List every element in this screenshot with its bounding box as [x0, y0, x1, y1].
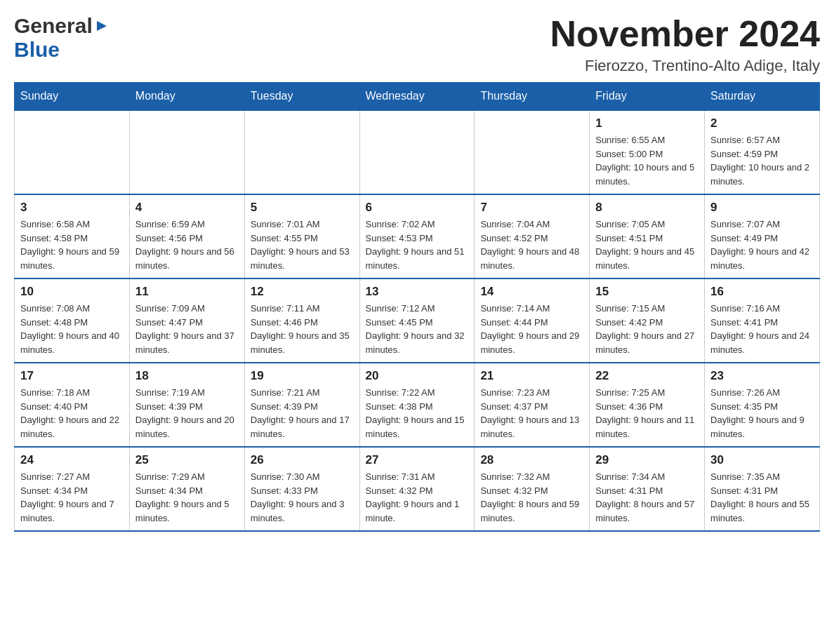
calendar-header-row: SundayMondayTuesdayWednesdayThursdayFrid…: [15, 83, 820, 111]
calendar-week-row: 3Sunrise: 6:58 AMSunset: 4:58 PMDaylight…: [15, 194, 820, 279]
day-info: Sunrise: 7:07 AMSunset: 4:49 PMDaylight:…: [710, 217, 814, 272]
calendar-cell: 8Sunrise: 7:05 AMSunset: 4:51 PMDaylight…: [590, 194, 705, 279]
day-number: 17: [20, 369, 124, 383]
day-of-week-header: Thursday: [475, 83, 590, 111]
day-info: Sunrise: 7:25 AMSunset: 4:36 PMDaylight:…: [595, 386, 699, 441]
calendar-cell: 6Sunrise: 7:02 AMSunset: 4:53 PMDaylight…: [359, 194, 475, 279]
calendar-cell: 28Sunrise: 7:32 AMSunset: 4:32 PMDayligh…: [475, 447, 590, 531]
day-number: 27: [366, 453, 469, 467]
day-of-week-header: Monday: [129, 83, 244, 111]
calendar-cell: 7Sunrise: 7:04 AMSunset: 4:52 PMDaylight…: [475, 194, 590, 279]
calendar-cell: 25Sunrise: 7:29 AMSunset: 4:34 PMDayligh…: [129, 447, 244, 531]
day-number: 7: [480, 201, 583, 215]
logo-triangle-icon: [94, 18, 110, 34]
day-number: 29: [595, 453, 699, 467]
calendar-cell: [244, 110, 359, 194]
calendar-cell: 18Sunrise: 7:19 AMSunset: 4:39 PMDayligh…: [129, 363, 244, 447]
svg-marker-0: [97, 21, 107, 31]
page-header: General Blue November 2024 Fierozzo, Tre…: [14, 14, 820, 75]
day-info: Sunrise: 7:02 AMSunset: 4:53 PMDaylight:…: [366, 217, 469, 272]
day-number: 11: [135, 285, 239, 299]
calendar-cell: 14Sunrise: 7:14 AMSunset: 4:44 PMDayligh…: [475, 279, 590, 363]
calendar-cell: [359, 110, 475, 194]
day-number: 5: [251, 201, 354, 215]
day-number: 2: [710, 116, 814, 130]
day-info: Sunrise: 7:21 AMSunset: 4:39 PMDaylight:…: [251, 386, 354, 441]
day-number: 6: [366, 201, 469, 215]
day-info: Sunrise: 7:14 AMSunset: 4:44 PMDaylight:…: [480, 302, 583, 356]
day-number: 21: [480, 369, 583, 383]
calendar-week-row: 10Sunrise: 7:08 AMSunset: 4:48 PMDayligh…: [15, 279, 820, 363]
day-number: 12: [251, 285, 354, 299]
day-number: 18: [135, 369, 239, 383]
calendar-cell: 17Sunrise: 7:18 AMSunset: 4:40 PMDayligh…: [15, 363, 130, 447]
day-number: 30: [710, 453, 814, 467]
calendar-cell: 23Sunrise: 7:26 AMSunset: 4:35 PMDayligh…: [705, 363, 820, 447]
day-number: 14: [480, 285, 583, 299]
day-number: 24: [20, 453, 124, 467]
calendar-cell: 19Sunrise: 7:21 AMSunset: 4:39 PMDayligh…: [244, 363, 359, 447]
calendar-cell: 15Sunrise: 7:15 AMSunset: 4:42 PMDayligh…: [590, 279, 705, 363]
day-number: 15: [595, 285, 699, 299]
calendar-cell: 13Sunrise: 7:12 AMSunset: 4:45 PMDayligh…: [359, 279, 475, 363]
day-number: 20: [366, 369, 469, 383]
day-info: Sunrise: 7:35 AMSunset: 4:31 PMDaylight:…: [710, 470, 814, 525]
calendar-cell: 11Sunrise: 7:09 AMSunset: 4:47 PMDayligh…: [129, 279, 244, 363]
calendar-cell: 22Sunrise: 7:25 AMSunset: 4:36 PMDayligh…: [590, 363, 705, 447]
day-info: Sunrise: 7:26 AMSunset: 4:35 PMDaylight:…: [710, 386, 814, 441]
day-info: Sunrise: 6:59 AMSunset: 4:56 PMDaylight:…: [135, 217, 239, 272]
day-info: Sunrise: 7:22 AMSunset: 4:38 PMDaylight:…: [366, 386, 469, 441]
calendar-cell: 9Sunrise: 7:07 AMSunset: 4:49 PMDaylight…: [705, 194, 820, 279]
day-info: Sunrise: 7:09 AMSunset: 4:47 PMDaylight:…: [135, 302, 239, 356]
calendar-cell: 12Sunrise: 7:11 AMSunset: 4:46 PMDayligh…: [244, 279, 359, 363]
calendar-cell: 5Sunrise: 7:01 AMSunset: 4:55 PMDaylight…: [244, 194, 359, 279]
day-of-week-header: Tuesday: [244, 83, 359, 111]
calendar-cell: 27Sunrise: 7:31 AMSunset: 4:32 PMDayligh…: [359, 447, 475, 531]
day-number: 28: [480, 453, 583, 467]
calendar-week-row: 24Sunrise: 7:27 AMSunset: 4:34 PMDayligh…: [15, 447, 820, 531]
day-number: 1: [595, 116, 699, 130]
day-info: Sunrise: 7:19 AMSunset: 4:39 PMDaylight:…: [135, 386, 239, 441]
calendar-cell: 10Sunrise: 7:08 AMSunset: 4:48 PMDayligh…: [15, 279, 130, 363]
day-of-week-header: Wednesday: [359, 83, 475, 111]
day-of-week-header: Friday: [590, 83, 705, 111]
day-of-week-header: Sunday: [15, 83, 130, 111]
day-info: Sunrise: 7:11 AMSunset: 4:46 PMDaylight:…: [251, 302, 354, 356]
calendar-cell: [15, 110, 130, 194]
day-number: 3: [20, 201, 124, 215]
calendar-cell: 29Sunrise: 7:34 AMSunset: 4:31 PMDayligh…: [590, 447, 705, 531]
day-number: 8: [595, 201, 699, 215]
day-number: 16: [710, 285, 814, 299]
month-title: November 2024: [550, 14, 820, 54]
calendar-cell: 21Sunrise: 7:23 AMSunset: 4:37 PMDayligh…: [475, 363, 590, 447]
day-info: Sunrise: 7:15 AMSunset: 4:42 PMDaylight:…: [595, 302, 699, 356]
calendar-cell: [129, 110, 244, 194]
calendar-cell: 24Sunrise: 7:27 AMSunset: 4:34 PMDayligh…: [15, 447, 130, 531]
day-info: Sunrise: 6:57 AMSunset: 4:59 PMDaylight:…: [710, 133, 814, 188]
logo-blue-text: Blue: [14, 38, 60, 62]
calendar-cell: 2Sunrise: 6:57 AMSunset: 4:59 PMDaylight…: [705, 110, 820, 194]
day-info: Sunrise: 7:30 AMSunset: 4:33 PMDaylight:…: [251, 470, 354, 525]
calendar-cell: 20Sunrise: 7:22 AMSunset: 4:38 PMDayligh…: [359, 363, 475, 447]
day-info: Sunrise: 7:29 AMSunset: 4:34 PMDaylight:…: [135, 470, 239, 525]
day-info: Sunrise: 7:18 AMSunset: 4:40 PMDaylight:…: [20, 386, 124, 441]
day-info: Sunrise: 7:31 AMSunset: 4:32 PMDaylight:…: [366, 470, 469, 525]
calendar-cell: 16Sunrise: 7:16 AMSunset: 4:41 PMDayligh…: [705, 279, 820, 363]
calendar-week-row: 1Sunrise: 6:55 AMSunset: 5:00 PMDaylight…: [15, 110, 820, 194]
calendar-cell: 4Sunrise: 6:59 AMSunset: 4:56 PMDaylight…: [129, 194, 244, 279]
title-area: November 2024 Fierozzo, Trentino-Alto Ad…: [550, 14, 820, 75]
day-number: 25: [135, 453, 239, 467]
day-number: 23: [710, 369, 814, 383]
day-info: Sunrise: 7:32 AMSunset: 4:32 PMDaylight:…: [480, 470, 583, 525]
calendar-cell: 1Sunrise: 6:55 AMSunset: 5:00 PMDaylight…: [590, 110, 705, 194]
day-number: 26: [251, 453, 354, 467]
day-number: 22: [595, 369, 699, 383]
day-number: 4: [135, 201, 239, 215]
day-number: 19: [251, 369, 354, 383]
day-info: Sunrise: 7:01 AMSunset: 4:55 PMDaylight:…: [251, 217, 354, 272]
day-of-week-header: Saturday: [705, 83, 820, 111]
location-text: Fierozzo, Trentino-Alto Adige, Italy: [550, 57, 820, 75]
day-info: Sunrise: 7:05 AMSunset: 4:51 PMDaylight:…: [595, 217, 699, 272]
day-info: Sunrise: 7:04 AMSunset: 4:52 PMDaylight:…: [480, 217, 583, 272]
calendar-cell: 3Sunrise: 6:58 AMSunset: 4:58 PMDaylight…: [15, 194, 130, 279]
